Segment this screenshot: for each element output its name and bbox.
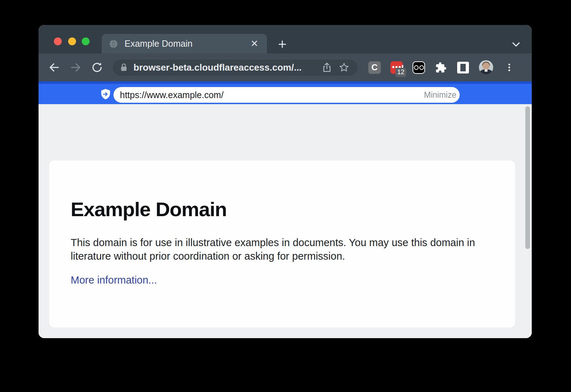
isolation-url-bar: Minimize: [39, 81, 532, 104]
extension-c-icon[interactable]: C: [368, 61, 381, 74]
back-arrow-icon: [48, 61, 60, 73]
extension-circles-icon[interactable]: [413, 61, 425, 74]
browser-window: Example Domain ✕: [39, 25, 532, 338]
share-icon: [322, 62, 332, 73]
plus-icon: [277, 39, 288, 50]
new-tab-button[interactable]: [275, 37, 289, 51]
close-window-button[interactable]: [54, 37, 62, 45]
extension-c-label: C: [372, 62, 378, 72]
forward-button[interactable]: [68, 60, 84, 75]
avatar-graphic: [482, 62, 490, 70]
page-paragraph: This domain is for use in illustrative e…: [71, 236, 481, 263]
tab-search-button[interactable]: [509, 38, 523, 51]
scrollbar-thumb[interactable]: [525, 106, 530, 249]
content-card: Example Domain This domain is for use in…: [49, 161, 515, 327]
isolation-shield-icon: [100, 88, 111, 100]
circle-glyph: [414, 65, 419, 70]
forward-arrow-icon: [70, 61, 82, 73]
zoom-window-button[interactable]: [82, 37, 90, 45]
page-viewport: Example Domain This domain is for use in…: [39, 104, 532, 338]
circle-glyph: [419, 65, 424, 70]
bookmark-button[interactable]: [337, 60, 351, 75]
tab-close-icon[interactable]: ✕: [249, 39, 260, 49]
tab-title: Example Domain: [125, 39, 249, 49]
star-icon: [339, 62, 349, 73]
side-panel-button[interactable]: [457, 61, 469, 74]
address-bar-url: browser-beta.cloudflareaccess.com/...: [133, 62, 317, 73]
extension-red-dots-icon[interactable]: 12: [390, 61, 403, 74]
profile-avatar[interactable]: [479, 60, 493, 75]
puzzle-icon: [435, 62, 447, 73]
more-information-link[interactable]: More information...: [71, 274, 157, 286]
lock-icon: [119, 63, 128, 72]
tab-example-domain[interactable]: Example Domain ✕: [102, 34, 267, 54]
browser-toolbar: browser-beta.cloudflareaccess.com/... C …: [39, 54, 532, 81]
reload-button[interactable]: [89, 60, 105, 75]
avatar-graphic: [485, 69, 487, 72]
share-button[interactable]: [320, 60, 334, 75]
side-panel-icon: [457, 62, 469, 73]
extension-badge-count: 12: [395, 68, 406, 77]
isolation-url-input[interactable]: [113, 87, 460, 103]
globe-favicon-icon: [109, 39, 118, 49]
tab-strip: Example Domain ✕: [39, 25, 532, 54]
reload-icon: [91, 61, 103, 73]
address-bar[interactable]: browser-beta.cloudflareaccess.com/...: [113, 60, 358, 76]
extensions-menu-button[interactable]: [435, 61, 447, 74]
chevron-down-icon: [511, 39, 521, 50]
back-button[interactable]: [46, 60, 62, 75]
browser-menu-button[interactable]: [503, 61, 515, 74]
minimize-bar-button[interactable]: Minimize: [424, 87, 459, 103]
page-heading: Example Domain: [71, 198, 494, 221]
extensions-area: C 12: [368, 60, 515, 75]
kebab-menu-icon: [504, 62, 514, 72]
minimize-window-button[interactable]: [68, 37, 76, 45]
